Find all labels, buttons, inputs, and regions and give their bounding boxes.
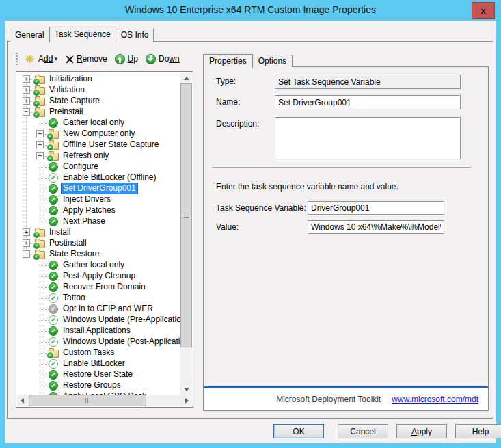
expand-icon[interactable]: + — [23, 228, 30, 236]
tree-item[interactable]: Gather local only — [17, 118, 180, 129]
down-button[interactable]: Down — [144, 53, 181, 65]
tab-task-sequence[interactable]: Task Sequence — [49, 27, 116, 42]
tree-item[interactable]: −State Restore — [17, 249, 180, 260]
tree-item[interactable]: Windows Update (Pre-Application Inst — [17, 315, 180, 326]
tree-item[interactable]: Apply Patches — [17, 205, 180, 216]
add-button[interactable]: ✳ Add ▾ — [23, 53, 59, 66]
tree-item[interactable]: +Postinstall — [17, 238, 180, 249]
group-folder-icon — [49, 153, 59, 161]
tree-item[interactable]: Tattoo — [17, 293, 180, 304]
name-label: Name: — [216, 97, 240, 107]
tree-item[interactable]: Inject Drivers — [17, 194, 180, 205]
tsv-label: Task Sequence Variable: — [216, 203, 306, 213]
tree-item-label: Gather local only — [62, 118, 126, 128]
tree-item[interactable]: +Offline User State Capture — [17, 140, 180, 150]
tree-item[interactable]: +State Capture — [17, 96, 180, 107]
tree-item[interactable]: +Validation — [17, 85, 180, 96]
tree-item[interactable]: Restore User State — [17, 369, 180, 380]
expand-icon[interactable]: + — [36, 152, 44, 159]
step-status-icon — [49, 261, 58, 270]
step-status-icon — [49, 282, 58, 292]
tree-item-label: Recover From Domain — [62, 282, 147, 292]
tree-item-label: Windows Update (Pre-Application Inst — [62, 315, 180, 325]
expand-icon[interactable]: + — [36, 141, 44, 148]
task-sequence-tree: +Initialization+Validation+State Capture… — [16, 71, 193, 408]
tree-item[interactable]: Enable BitLocker (Offline) — [17, 172, 180, 183]
collapse-icon[interactable]: − — [23, 250, 30, 258]
tree-item-label: Inject Drivers — [62, 194, 112, 205]
close-button[interactable]: x — [472, 2, 495, 19]
help-button[interactable]: Help — [455, 424, 501, 438]
step-status-icon — [49, 272, 58, 281]
tree-item[interactable]: Enable BitLocker — [17, 358, 180, 369]
task-sequence-variable-field[interactable] — [308, 201, 444, 215]
add-label: Add — [38, 54, 53, 64]
tree-item[interactable]: +Install — [17, 227, 180, 238]
tree-item[interactable]: Recover From Domain — [17, 282, 180, 293]
tree-item-label: State Capture — [48, 96, 101, 106]
tree-item[interactable]: Windows Update (Post-Application Ins — [17, 337, 180, 347]
tree-item[interactable]: +New Computer only — [17, 129, 180, 140]
scroll-up-arrow[interactable] — [180, 73, 192, 83]
tree-item-label: Windows Update (Post-Application Ins — [62, 337, 180, 347]
expand-icon[interactable]: + — [23, 75, 30, 83]
tree-item-label: Postinstall — [48, 238, 88, 248]
scroll-right-arrow[interactable] — [181, 395, 192, 406]
remove-button[interactable]: Remove — [64, 53, 109, 64]
tree-item[interactable]: Configure — [17, 161, 180, 172]
tree-item-label: Set DriverGroup001 — [62, 183, 137, 194]
tree-item[interactable]: −Preinstall — [17, 107, 180, 118]
value-label: Value: — [216, 222, 239, 232]
mdt-link[interactable]: www.microsoft.com/mdt — [392, 395, 478, 404]
tree-item-label: Install Applications — [62, 326, 132, 336]
tree-item-label: Validation — [48, 85, 86, 95]
tree-item[interactable]: Set DriverGroup001 — [17, 183, 180, 194]
tree-item[interactable]: +Refresh only — [17, 150, 180, 161]
tab-properties[interactable]: Properties — [203, 54, 253, 68]
tree-item[interactable]: Gather local only — [17, 260, 180, 271]
section-divider — [212, 167, 472, 168]
scroll-down-arrow[interactable] — [180, 384, 192, 395]
vertical-scroll-thumb[interactable] — [180, 83, 192, 347]
step-status-icon — [49, 359, 58, 369]
step-status-icon — [49, 217, 58, 226]
vertical-scrollbar[interactable] — [180, 73, 192, 395]
tab-general[interactable]: General — [10, 29, 50, 42]
cancel-button[interactable]: Cancel — [338, 424, 388, 438]
value-field[interactable] — [308, 220, 444, 234]
expand-icon[interactable]: + — [36, 130, 44, 137]
up-button[interactable]: Up — [113, 53, 139, 65]
step-status-icon — [49, 304, 58, 314]
group-folder-icon — [49, 350, 59, 358]
ok-button[interactable]: OK — [273, 424, 324, 438]
scroll-left-arrow[interactable] — [17, 395, 28, 406]
tree-item[interactable]: Custom Tasks — [17, 347, 180, 358]
tree-item[interactable]: Post-Apply Cleanup — [17, 271, 180, 282]
tree-item-label: State Restore — [48, 249, 100, 259]
tree-item[interactable]: Install Applications — [17, 326, 180, 337]
tree-item[interactable]: Restore Groups — [17, 380, 180, 391]
group-folder-icon — [49, 142, 59, 150]
tree-item-label: Restore Groups — [62, 380, 122, 391]
collapse-icon[interactable]: − — [23, 108, 30, 116]
expand-icon[interactable]: + — [23, 239, 30, 247]
horizontal-scrollbar[interactable] — [17, 395, 192, 406]
apply-button[interactable]: Apply — [396, 424, 447, 438]
tree-item-label: Opt In to CEIP and WER — [62, 304, 154, 314]
remove-label: Remove — [77, 54, 107, 64]
tree-item[interactable]: Next Phase — [17, 216, 180, 227]
tab-options[interactable]: Options — [252, 55, 293, 67]
tree-item[interactable]: +Initialization — [17, 74, 180, 85]
mdt-footer-text: Microsoft Deployment Toolkit — [276, 395, 381, 404]
add-star-icon: ✳ — [24, 53, 36, 65]
tree-item-label: Apply Local GPO Pack — [62, 391, 148, 395]
tree-item-label: Initialization — [48, 74, 94, 84]
expand-icon[interactable]: + — [23, 86, 30, 94]
tab-os-info[interactable]: OS Info — [116, 29, 154, 42]
step-status-icon — [49, 337, 58, 347]
tree-item[interactable]: Opt In to CEIP and WER — [17, 304, 180, 315]
expand-icon[interactable]: + — [23, 97, 30, 105]
description-field[interactable] — [275, 117, 461, 159]
horizontal-scroll-thumb[interactable] — [29, 395, 146, 406]
name-field[interactable] — [275, 95, 461, 109]
